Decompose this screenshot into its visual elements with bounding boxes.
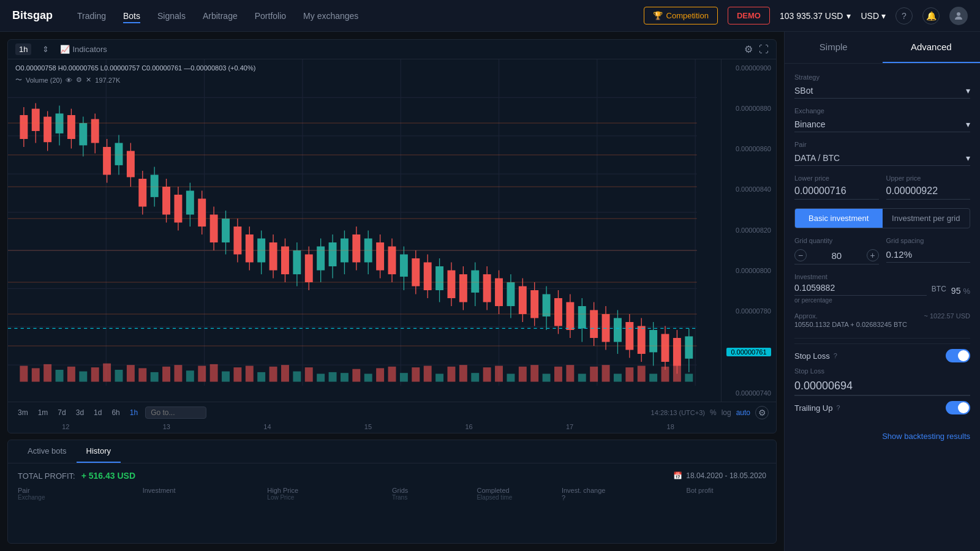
upper-price-label: Upper price: [886, 174, 971, 182]
range-1h[interactable]: 1h: [127, 407, 140, 418]
chart-ohlc: O0.00000758 H0.00000765 L0.00000757 C0.0…: [15, 64, 255, 72]
svg-rect-157: [341, 373, 349, 381]
pair-group: Pair DATA / BTC ▾: [794, 141, 970, 166]
grid-quantity-increase[interactable]: +: [867, 249, 879, 261]
main-container: 1h ⇕ 📈 Indicators ⚙ ⛶ O0.00000758 H0.000…: [0, 32, 980, 551]
grid-spacing-value[interactable]: 0.12%: [886, 247, 971, 263]
range-6h[interactable]: 6h: [109, 407, 122, 418]
svg-rect-160: [376, 368, 384, 381]
volume-eye-icon[interactable]: 👁: [66, 77, 72, 84]
chart-options: % log auto: [710, 408, 750, 417]
svg-rect-185: [673, 365, 681, 381]
svg-rect-93: [471, 271, 479, 293]
svg-rect-186: [685, 374, 693, 382]
help-icon[interactable]: ?: [562, 494, 682, 501]
range-3d[interactable]: 3d: [74, 407, 86, 418]
demo-button[interactable]: DEMO: [728, 7, 770, 24]
goto-input[interactable]: [145, 407, 206, 419]
nav-arbitrage[interactable]: Arbitrage: [203, 9, 238, 23]
stop-loss-toggle[interactable]: [946, 349, 970, 362]
stop-loss-value[interactable]: 0.00000694: [794, 377, 970, 395]
strategy-select[interactable]: SBot ▾: [794, 83, 970, 99]
svg-rect-51: [222, 219, 230, 242]
svg-rect-166: [447, 367, 455, 382]
panel-tabs: Simple Advanced: [785, 32, 980, 64]
nav-portfolio[interactable]: Portfolio: [255, 9, 286, 23]
volume-label: 〜 Volume (20) 👁 ⚙ ✕ 197.27K: [15, 75, 120, 84]
exchange-select[interactable]: Binance ▾: [794, 117, 970, 132]
price-level-2: 0.00000860: [726, 145, 771, 152]
form-section: Strategy SBot ▾ Exchange Binance ▾ Pair …: [785, 64, 980, 338]
time-range-selector: 3m 1m 7d 3d 1d 6h 1h: [15, 407, 140, 418]
price-level-3: 0.00000840: [726, 186, 771, 193]
trailing-up-toggle[interactable]: [946, 401, 970, 414]
nav-bots[interactable]: Bots: [123, 9, 140, 23]
svg-rect-101: [519, 287, 527, 315]
range-1m[interactable]: 1m: [36, 407, 51, 418]
svg-rect-17: [20, 115, 28, 139]
balance-display[interactable]: 103 935.37 USD ▾: [780, 11, 851, 21]
exchange-group: Exchange Binance ▾: [794, 107, 970, 132]
grid-spacing-group: Grid spacing 0.12%: [886, 237, 971, 264]
nav-trading[interactable]: Trading: [77, 9, 106, 23]
indicators-button[interactable]: 📈 Indicators: [60, 45, 107, 54]
pair-label: Pair: [794, 141, 970, 148]
competition-button[interactable]: 🏆 Competition: [644, 7, 718, 24]
profit-line: TOTAL PROFIT: + 516.43 USD 📅 18.04.2020 …: [18, 471, 766, 481]
price-row: Lower price 0.00000716 Upper price 0.000…: [794, 174, 970, 200]
chart-settings-icon[interactable]: ⚙: [755, 406, 769, 419]
pair-select[interactable]: DATA / BTC ▾: [794, 151, 970, 166]
svg-rect-150: [257, 372, 265, 382]
trailing-up-help[interactable]: ?: [836, 404, 840, 411]
invest-tab-per-grid[interactable]: Investment per grid: [883, 209, 970, 228]
timeframe-1h[interactable]: 1h: [15, 43, 31, 55]
stop-loss-help[interactable]: ?: [834, 352, 837, 359]
volume-close-icon[interactable]: ✕: [86, 76, 91, 84]
nav-my-exchanges[interactable]: My exchanges: [303, 9, 358, 23]
tab-history[interactable]: History: [77, 440, 121, 463]
tab-active-bots[interactable]: Active bots: [18, 440, 77, 463]
investment-section: Investment 0.1059882 BTC 95 % or percent…: [794, 273, 970, 304]
svg-rect-143: [174, 365, 182, 381]
currency-selector[interactable]: USD ▾: [861, 11, 886, 21]
grid-quantity-decrease[interactable]: −: [794, 249, 807, 261]
chart-option-auto[interactable]: auto: [736, 408, 750, 417]
show-backtesting-link[interactable]: Show backtesting results: [882, 432, 970, 441]
avatar[interactable]: [949, 7, 968, 25]
upper-price-value[interactable]: 0.00000922: [886, 183, 971, 200]
volume-settings-icon[interactable]: ⚙: [76, 76, 82, 84]
tab-simple[interactable]: Simple: [785, 32, 883, 63]
chart-fullscreen-icon[interactable]: ⛶: [759, 43, 769, 55]
svg-rect-61: [281, 247, 289, 275]
help-icon[interactable]: ?: [895, 7, 913, 24]
range-1d[interactable]: 1d: [91, 407, 104, 418]
tab-advanced[interactable]: Advanced: [883, 32, 981, 63]
svg-rect-184: [662, 367, 669, 382]
svg-rect-176: [566, 365, 574, 381]
col-invest-change: Invest. change ?: [562, 487, 682, 501]
investment-value[interactable]: 0.1059882: [794, 280, 927, 296]
svg-rect-149: [246, 366, 254, 382]
nav-signals[interactable]: Signals: [157, 9, 186, 23]
svg-rect-131: [32, 368, 40, 381]
svg-rect-168: [471, 373, 479, 381]
notification-icon[interactable]: 🔔: [922, 7, 940, 24]
lower-price-value[interactable]: 0.00000716: [794, 183, 879, 200]
svg-rect-148: [233, 367, 241, 381]
invest-tab-basic[interactable]: Basic investment: [795, 209, 883, 228]
svg-rect-177: [578, 374, 586, 382]
chart-adjust-icon[interactable]: ⇕: [39, 43, 53, 55]
trailing-up-label: Trailing Up ?: [794, 403, 840, 413]
svg-rect-89: [447, 271, 455, 299]
svg-rect-107: [554, 298, 562, 326]
range-3m[interactable]: 3m: [15, 407, 31, 418]
chart-settings-icon[interactable]: ⚙: [744, 43, 753, 55]
svg-point-0: [957, 12, 960, 16]
col-bot-profit: Bot profit: [687, 487, 766, 501]
chart-option-percent[interactable]: %: [710, 408, 717, 417]
svg-rect-39: [151, 175, 159, 197]
svg-rect-27: [79, 123, 87, 145]
chart-option-log[interactable]: log: [722, 408, 731, 417]
svg-rect-180: [614, 374, 622, 382]
range-7d[interactable]: 7d: [55, 407, 68, 418]
